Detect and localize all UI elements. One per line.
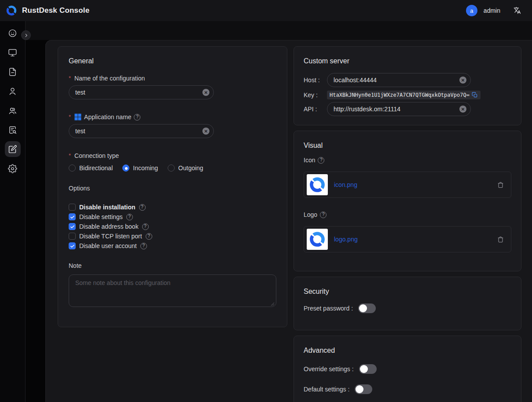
override-settings-row: Override settings :: [304, 364, 511, 374]
override-settings-label: Override settings :: [304, 365, 354, 373]
advanced-card: Advanced Override settings : Default set…: [294, 336, 521, 402]
custom-server-title: Custom server: [304, 56, 511, 66]
default-settings-label: Default settings :: [304, 386, 349, 393]
checkbox-icon: [69, 204, 76, 211]
checkbox-disable-user-account[interactable]: Disable user account ?: [69, 241, 276, 251]
visual-card: Visual Icon ? icon.png: [294, 131, 521, 271]
clear-icon[interactable]: ✕: [202, 128, 209, 135]
sidebar-item-audit[interactable]: [5, 122, 21, 138]
avatar[interactable]: a: [466, 5, 477, 16]
rustdesk-logo-icon: [5, 4, 18, 17]
preset-password-toggle[interactable]: [358, 303, 376, 313]
logo-label: Logo ?: [304, 210, 511, 219]
brand: RustDesk Console: [5, 4, 89, 17]
help-icon[interactable]: ?: [318, 157, 324, 164]
sidebar-item-users[interactable]: [5, 83, 21, 99]
help-icon[interactable]: ?: [134, 114, 140, 121]
api-row: API : ✕: [304, 102, 511, 116]
help-icon[interactable]: ?: [140, 243, 147, 249]
connection-type-label: * Connection type: [69, 151, 276, 160]
logo-file-link[interactable]: logo.png: [334, 236, 491, 243]
logo-file-item: logo.png: [304, 226, 511, 252]
application-name-input[interactable]: [69, 124, 214, 138]
note-textarea[interactable]: [69, 274, 276, 307]
smile-icon: [8, 29, 17, 38]
rustdesk-logo-icon: [308, 230, 327, 249]
key-row: Key : HtaXBkJNHyn0e1U1jWXze7A7CN7QTGWqxk…: [304, 91, 511, 99]
radio-incoming[interactable]: Incoming: [122, 164, 158, 172]
topstrip: [26, 21, 532, 40]
windows-icon: [74, 113, 81, 121]
help-icon[interactable]: ?: [139, 204, 146, 211]
user-icon: [8, 87, 17, 96]
sidebar-collapse-button[interactable]: [21, 30, 31, 40]
connection-type-radio-group: Bidirectional Incoming Outgoing: [69, 164, 276, 172]
checkbox-icon: [69, 213, 76, 220]
trash-icon[interactable]: [497, 236, 504, 243]
visual-title: Visual: [304, 141, 511, 150]
checkbox-icon: [69, 233, 76, 240]
clear-icon[interactable]: ✕: [459, 77, 466, 84]
sidebar-item-devices[interactable]: [5, 44, 21, 60]
translate-icon[interactable]: [513, 6, 521, 15]
sidebar: [0, 21, 26, 402]
radio-outgoing[interactable]: Outgoing: [168, 164, 203, 172]
app-title: RustDesk Console: [22, 6, 89, 15]
trash-icon[interactable]: [497, 182, 504, 188]
sidebar-item-groups[interactable]: [5, 102, 21, 118]
file-text-icon: [8, 67, 17, 77]
file-search-icon: [8, 125, 17, 135]
host-input[interactable]: [327, 73, 471, 87]
topbar: RustDesk Console a admin: [0, 0, 532, 21]
general-title: General: [69, 56, 276, 66]
checkbox-disable-tcp-listen-port[interactable]: Disable TCP listen port ?: [69, 231, 276, 241]
help-icon[interactable]: ?: [146, 233, 152, 240]
sidebar-item-settings[interactable]: [5, 161, 21, 176]
radio-icon: [122, 164, 129, 172]
api-label: API :: [304, 106, 327, 113]
monitor-icon: [8, 48, 17, 57]
general-card: General * Name of the configuration ✕ * …: [58, 46, 287, 327]
security-card: Security Preset password :: [294, 277, 521, 330]
settings-icon: [8, 164, 17, 173]
topbar-right: a admin: [466, 5, 521, 16]
help-icon[interactable]: ?: [126, 214, 133, 220]
checkbox-disable-installation[interactable]: Disable installation ?: [69, 202, 276, 212]
application-name-label: * Application name ?: [69, 113, 276, 121]
main-content: General * Name of the configuration ✕ * …: [45, 40, 532, 402]
preset-password-label: Preset password :: [304, 305, 353, 312]
config-name-input[interactable]: [69, 85, 214, 99]
host-label: Host :: [304, 77, 327, 84]
edit-square-icon: [8, 145, 17, 154]
logo-thumbnail: [307, 229, 328, 250]
security-title: Security: [304, 287, 511, 296]
api-input[interactable]: [327, 102, 471, 116]
host-row: Host : ✕: [304, 73, 511, 87]
options-label: Options: [69, 184, 276, 193]
radio-bidirectional[interactable]: Bidirectional: [69, 164, 113, 172]
default-settings-toggle[interactable]: [355, 384, 372, 394]
checkbox-icon: [69, 223, 76, 230]
help-icon[interactable]: ?: [320, 212, 327, 218]
icon-file-item: icon.png: [304, 172, 511, 198]
help-icon[interactable]: ?: [142, 223, 149, 230]
sidebar-item-dashboard[interactable]: [5, 25, 21, 41]
icon-file-link[interactable]: icon.png: [334, 181, 491, 188]
note-label: Note: [69, 261, 276, 270]
sidebar-item-configurations[interactable]: [5, 141, 21, 157]
config-name-field-wrap: ✕: [69, 85, 214, 99]
checkbox-disable-settings[interactable]: Disable settings ?: [69, 212, 276, 222]
checkbox-disable-address-book[interactable]: Disable address book ?: [69, 222, 276, 231]
clear-icon[interactable]: ✕: [202, 89, 209, 96]
clear-icon[interactable]: ✕: [459, 106, 466, 113]
advanced-title: Advanced: [304, 346, 511, 355]
copy-icon[interactable]: [472, 92, 478, 98]
radio-icon: [168, 164, 175, 172]
checkbox-icon: [69, 242, 76, 249]
icon-thumbnail: [307, 174, 328, 195]
override-settings-toggle[interactable]: [359, 364, 377, 374]
username[interactable]: admin: [484, 7, 500, 14]
sidebar-item-documents[interactable]: [5, 64, 21, 80]
application-name-field-wrap: ✕: [69, 124, 214, 138]
resize-grip-icon[interactable]: [271, 302, 275, 306]
